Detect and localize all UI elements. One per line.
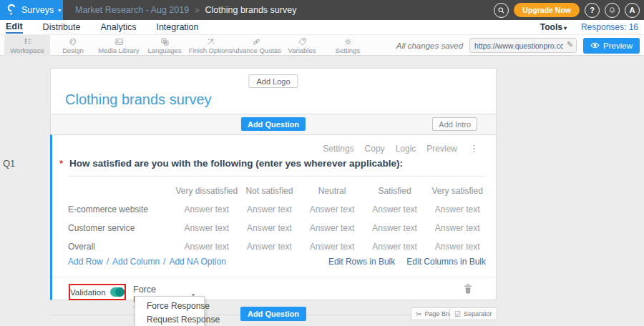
notifications-button[interactable] — [605, 3, 620, 18]
separator-button[interactable]: ☑ Separator — [449, 307, 497, 320]
column-header[interactable]: Neutral — [301, 182, 364, 200]
toolbar-right: All changes saved ✎ Preview — [396, 35, 640, 56]
save-status: All changes saved — [396, 41, 463, 50]
breadcrumb-survey[interactable]: Clothing brands survey — [205, 5, 297, 15]
tools-dropdown[interactable]: Tools▾ — [540, 22, 567, 32]
survey-title[interactable]: Clothing brands survey — [65, 92, 212, 108]
answer-cell[interactable]: Answer text — [175, 219, 238, 237]
questionpro-logo-icon — [6, 4, 17, 16]
trash-icon — [463, 283, 473, 295]
search-icon — [497, 6, 505, 14]
nav-tabs: Edit Distribute Analytics Integration — [6, 20, 199, 34]
variables-icon — [298, 37, 307, 46]
finish-options-icon — [206, 37, 215, 46]
question-menu: Settings Copy Logic Preview ⋮ — [323, 143, 479, 154]
answer-cell[interactable]: Answer text — [364, 237, 426, 256]
link-separator: / — [163, 257, 165, 267]
dropdown-option-request-response[interactable]: Request Response — [135, 312, 204, 326]
answer-cell[interactable]: Answer text — [175, 200, 238, 219]
answer-cell[interactable]: Answer text — [175, 237, 238, 256]
answer-cell[interactable]: Answer text — [238, 200, 301, 219]
answer-cell[interactable]: Answer text — [301, 237, 364, 256]
eye-icon — [590, 41, 600, 50]
validation-label: Validation — [70, 288, 106, 297]
answer-cell[interactable]: Answer text — [238, 219, 301, 237]
edit-url-icon[interactable]: ✎ — [567, 40, 573, 49]
add-question-button-top[interactable]: Add Question — [241, 117, 306, 131]
toolbar-tab-design[interactable]: Design — [50, 35, 96, 56]
add-intro-button[interactable]: Add Intro — [432, 117, 477, 131]
column-header[interactable]: Very satisfied — [426, 182, 489, 200]
add-column-link[interactable]: Add Column — [112, 257, 160, 267]
row-label[interactable]: Customer service — [68, 219, 175, 237]
breadcrumb-separator: > — [195, 6, 199, 14]
help-button[interactable]: ? — [585, 3, 600, 18]
toggle-knob — [115, 287, 125, 297]
questionpro-survey-editor: Surveys ▾ Market Research - Aug 2019 > C… — [0, 0, 644, 326]
toolbar-tab-finish-options[interactable]: Finish Options — [187, 35, 233, 56]
divider — [52, 277, 496, 277]
tab-edit[interactable]: Edit — [6, 21, 23, 34]
edit-columns-in-bulk-link[interactable]: Edit Columns in Bulk — [406, 257, 486, 267]
survey-url-input[interactable] — [469, 38, 577, 53]
question-card: Settings Copy Logic Preview ⋮ * How sati… — [50, 134, 497, 300]
product-name: Surveys — [21, 5, 54, 15]
avatar[interactable]: A — [625, 3, 640, 18]
answer-cell[interactable]: Answer text — [364, 219, 426, 237]
column-header[interactable]: Satisfied — [364, 182, 426, 200]
question-preview-link[interactable]: Preview — [426, 144, 457, 154]
toolbar-tab-languages[interactable]: Languages — [142, 35, 187, 56]
answer-cell[interactable]: Answer text — [426, 219, 489, 237]
search-button[interactable] — [494, 3, 509, 18]
design-icon — [69, 37, 78, 46]
validation-highlight-annotation: Validation — [69, 284, 126, 300]
column-header[interactable]: Very dissatisfied — [175, 182, 238, 200]
row-label[interactable]: E-commerce website — [68, 200, 175, 219]
tab-analytics[interactable]: Analytics — [100, 21, 136, 33]
add-row-link[interactable]: Add Row — [68, 257, 103, 267]
tab-distribute[interactable]: Distribute — [43, 21, 81, 33]
toolbar-tab-workspace[interactable]: Workspace — [4, 35, 50, 56]
page-break-icon: ✂ — [416, 310, 421, 318]
toolbar-tab-media-library[interactable]: Media Library — [96, 35, 142, 56]
kebab-menu-icon[interactable]: ⋮ — [469, 143, 479, 154]
answer-cell[interactable]: Answer text — [426, 237, 489, 256]
answer-cell[interactable]: Answer text — [364, 200, 426, 219]
add-logo-button[interactable]: Add Logo — [248, 74, 298, 88]
upgrade-now-button[interactable]: Upgrade Now — [514, 3, 580, 17]
question-settings-link[interactable]: Settings — [323, 144, 353, 154]
question-logic-link[interactable]: Logic — [396, 144, 416, 154]
answer-cell[interactable]: Answer text — [426, 200, 489, 219]
add-question-button-bottom[interactable]: Add Question — [240, 307, 306, 321]
link-separator: / — [107, 257, 109, 267]
toolbar-tab-variables[interactable]: Variables — [279, 35, 325, 56]
toolbar-tabs: Workspace Design Media Library Languages… — [4, 35, 371, 56]
bulk-edit-links: Edit Rows in Bulk Edit Columns in Bulk — [328, 257, 486, 267]
dropdown-option-force-response[interactable]: Force Response — [135, 299, 204, 312]
checkbox-checked-icon: ☑ — [454, 310, 461, 318]
preview-button[interactable]: Preview — [583, 38, 640, 54]
delete-question-button[interactable] — [463, 283, 473, 297]
corner-cell — [68, 182, 175, 200]
toolbar-tab-advance-quotas[interactable]: Advance Quotas — [233, 35, 279, 56]
surveys-menu[interactable]: Surveys ▾ — [0, 0, 63, 20]
question-number-label: Q1 — [3, 158, 15, 169]
answer-cell[interactable]: Answer text — [238, 237, 301, 256]
column-header[interactable]: Not satisfied — [238, 182, 301, 200]
tab-integration[interactable]: Integration — [156, 21, 198, 33]
answer-cell[interactable]: Answer text — [301, 219, 364, 237]
validation-toggle[interactable] — [110, 287, 125, 297]
edit-rows-in-bulk-link[interactable]: Edit Rows in Bulk — [328, 257, 395, 267]
languages-icon — [160, 37, 170, 46]
editor-toolbar: Workspace Design Media Library Languages… — [0, 34, 644, 56]
question-text[interactable]: How satisfied are you with the following… — [69, 158, 403, 169]
question-copy-link[interactable]: Copy — [365, 144, 385, 154]
add-na-option-link[interactable]: Add NA Option — [169, 257, 225, 267]
row-label[interactable]: Overall — [68, 237, 175, 256]
answer-cell[interactable]: Answer text — [301, 200, 364, 219]
toolbar-tab-settings[interactable]: Settings — [325, 35, 371, 56]
breadcrumb-folder[interactable]: Market Research - Aug 2019 — [75, 5, 189, 15]
chevron-down-icon: ▾ — [58, 7, 61, 14]
responses-count[interactable]: Responses: 16 — [581, 22, 638, 32]
add-question-strip: Add Question Add Intro — [50, 114, 497, 134]
